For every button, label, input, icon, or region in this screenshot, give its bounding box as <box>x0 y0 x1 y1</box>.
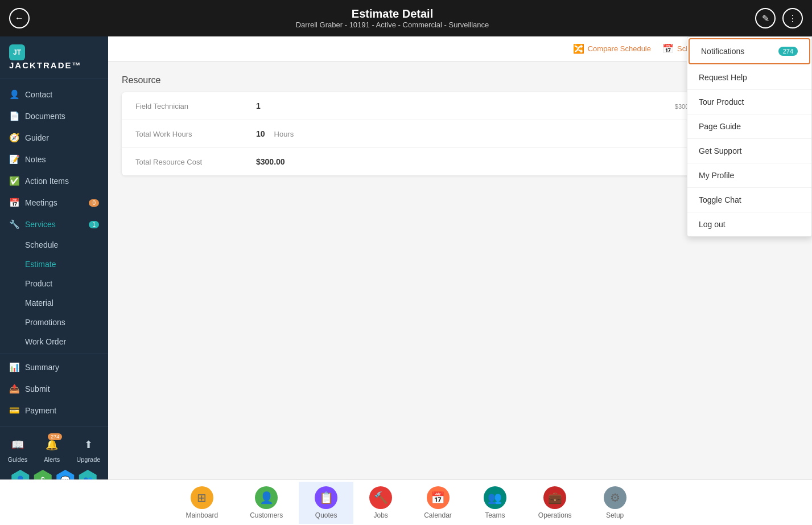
total-work-hours-unit: Hours <box>274 130 294 138</box>
sidebar-divider <box>0 354 108 354</box>
avatar-row: 👤 $ 💬 👥 <box>0 465 108 479</box>
compare-schedule-icon: 🔀 <box>573 43 584 54</box>
sidebar-sub-product[interactable]: Product <box>0 274 108 293</box>
nav-item-mainboard[interactable]: ⊞ Mainboard <box>170 482 234 524</box>
calendar-label: Calendar <box>424 511 452 519</box>
logo: JT JACKTRADE™ <box>0 36 108 79</box>
sidebar-label-guider: Guider <box>25 133 49 142</box>
avatar-chat[interactable]: 💬 <box>55 470 76 479</box>
setup-label: Setup <box>606 511 624 519</box>
header-left: ← <box>9 8 30 28</box>
nav-item-quotes[interactable]: 📋 Quotes <box>299 482 353 524</box>
sidebar-label-meetings: Meetings <box>25 198 57 207</box>
more-button[interactable]: ⋮ <box>782 8 803 28</box>
sidebar-item-services[interactable]: 🔧 Services 1 <box>0 214 108 235</box>
dropdown-item-page-guide[interactable]: Page Guide <box>687 114 811 139</box>
action-items-icon: ✅ <box>9 176 19 186</box>
sidebar-item-summary[interactable]: 📊 Summary <box>0 356 108 378</box>
upgrade-button[interactable]: ⬆ Upgrade <box>76 436 100 463</box>
avatar-billing[interactable]: $ <box>32 470 53 479</box>
sidebar: JT JACKTRADE™ 👤 Contact 📄 Documents 🧭 Gu… <box>0 36 108 479</box>
sidebar-label-notes: Notes <box>25 155 46 164</box>
customers-icon: 👤 <box>255 486 278 509</box>
payment-icon: 💳 <box>9 405 19 416</box>
teams-label: Teams <box>485 511 505 519</box>
product-label: Product <box>25 279 52 288</box>
get-support-label: Get Support <box>699 146 742 155</box>
work-order-label: Work Order <box>25 337 66 346</box>
nav-item-setup[interactable]: ⚙ Setup <box>588 482 642 524</box>
body-layout: JT JACKTRADE™ 👤 Contact 📄 Documents 🧭 Gu… <box>0 36 812 479</box>
sidebar-sub-estimate[interactable]: Estimate <box>0 255 108 274</box>
dropdown-item-get-support[interactable]: Get Support <box>687 139 811 163</box>
dropdown-item-request-help[interactable]: Request Help <box>687 65 811 90</box>
sidebar-sub-work-order[interactable]: Work Order <box>0 332 108 351</box>
sidebar-nav: 👤 Contact 📄 Documents 🧭 Guider 📝 Notes ✅… <box>0 79 108 426</box>
alerts-button[interactable]: 🔔 274 Alerts <box>43 436 61 463</box>
compare-schedule-button[interactable]: 🔀 Compare Schedule <box>573 43 651 54</box>
promotions-label: Promotions <box>25 318 65 327</box>
top-header: ← Estimate Detail Darrell Graber - 10191… <box>0 0 812 36</box>
back-button[interactable]: ← <box>9 8 30 28</box>
request-help-label: Request Help <box>699 73 747 82</box>
contact-icon: 👤 <box>9 89 19 100</box>
dropdown-item-my-profile[interactable]: My Profile <box>687 163 811 188</box>
avatar-team[interactable]: 👥 <box>77 470 98 479</box>
notifications-badge: 274 <box>778 47 798 56</box>
sidebar-item-payment[interactable]: 💳 Payment <box>0 400 108 421</box>
sidebar-label-contact: Contact <box>25 90 52 99</box>
alerts-label: Alerts <box>44 456 60 463</box>
sidebar-item-submit[interactable]: 📤 Submit <box>0 378 108 400</box>
estimate-label: Estimate <box>25 260 56 269</box>
sidebar-item-contact[interactable]: 👤 Contact <box>0 84 108 105</box>
edit-button[interactable]: ✎ <box>755 8 776 28</box>
nav-item-calendar[interactable]: 📅 Calendar <box>408 482 468 524</box>
guides-label: Guides <box>7 456 27 463</box>
bottom-nav: ⊞ Mainboard 👤 Customers 📋 Quotes 🔨 Jobs … <box>0 479 812 525</box>
dropdown-item-log-out[interactable]: Log out <box>687 212 811 236</box>
operations-icon: 💼 <box>543 486 566 509</box>
sidebar-label-documents: Documents <box>25 112 65 121</box>
nav-item-customers[interactable]: 👤 Customers <box>234 482 299 524</box>
sidebar-item-guider[interactable]: 🧭 Guider <box>0 127 108 149</box>
services-icon: 🔧 <box>9 219 19 229</box>
nav-item-jobs[interactable]: 🔨 Jobs <box>353 482 408 524</box>
page-subtitle: Darrell Graber - 10191 - Active - Commer… <box>296 20 489 29</box>
documents-icon: 📄 <box>9 111 19 121</box>
alerts-badge: 274 <box>48 433 62 440</box>
sidebar-item-documents[interactable]: 📄 Documents <box>0 105 108 127</box>
dropdown-item-notifications[interactable]: Notifications 274 <box>689 38 810 64</box>
nav-item-operations[interactable]: 💼 Operations <box>522 482 588 524</box>
dropdown-item-toggle-chat[interactable]: Toggle Chat <box>687 188 811 212</box>
toggle-chat-label: Toggle Chat <box>699 195 741 204</box>
sidebar-item-meetings[interactable]: 📅 Meetings 0 <box>0 192 108 214</box>
notifications-label: Notifications <box>701 47 744 56</box>
my-profile-label: My Profile <box>699 171 734 180</box>
sidebar-sub-material[interactable]: Material <box>0 293 108 313</box>
sidebar-label-submit: Submit <box>25 384 50 393</box>
page-guide-label: Page Guide <box>699 122 741 131</box>
sidebar-item-notes[interactable]: 📝 Notes <box>0 149 108 170</box>
dropdown-item-tour-product[interactable]: Tour Product <box>687 90 811 114</box>
log-out-label: Log out <box>699 220 726 229</box>
avatar-user[interactable]: 👤 <box>10 470 31 479</box>
schedule-label: Schedule <box>25 240 58 249</box>
resource-qty: 1 <box>256 101 290 110</box>
header-right: ✎ ⋮ <box>755 8 803 28</box>
notes-icon: 📝 <box>9 154 19 165</box>
total-work-hours-label: Total Work Hours <box>135 130 249 138</box>
logo-text: JACKTRADE™ <box>9 60 82 70</box>
header-center: Estimate Detail Darrell Graber - 10191 -… <box>296 7 489 29</box>
logo-icon: JT <box>9 44 25 60</box>
upgrade-label: Upgrade <box>76 456 100 463</box>
sidebar-sub-promotions[interactable]: Promotions <box>0 313 108 332</box>
submit-icon: 📤 <box>9 384 19 394</box>
quotes-label: Quotes <box>315 511 337 519</box>
guider-icon: 🧭 <box>9 133 19 143</box>
teams-icon: 👥 <box>484 486 506 509</box>
nav-item-teams[interactable]: 👥 Teams <box>468 482 522 524</box>
sidebar-item-action-items[interactable]: ✅ Action Items <box>0 170 108 192</box>
sidebar-sub-schedule[interactable]: Schedule <box>0 235 108 255</box>
guides-button[interactable]: 📖 Guides <box>7 436 27 463</box>
summary-icon: 📊 <box>9 362 19 372</box>
